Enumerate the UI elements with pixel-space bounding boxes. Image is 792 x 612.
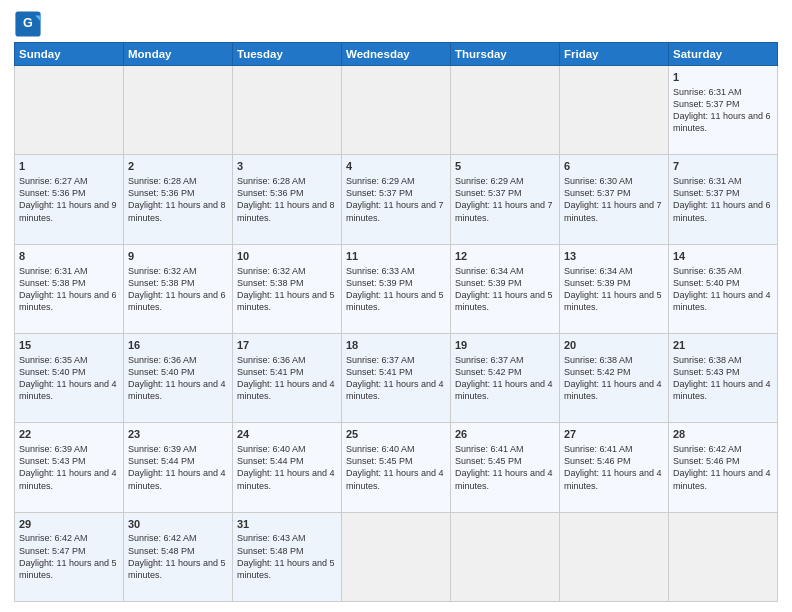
sunrise-text: Sunrise: 6:31 AM [673,175,773,187]
sunset-text: Sunset: 5:39 PM [346,277,446,289]
day-number: 3 [237,159,337,174]
header-cell-saturday: Saturday [669,43,778,66]
calendar-cell [233,66,342,155]
sunset-text: Sunset: 5:41 PM [237,366,337,378]
daylight-text: Daylight: 11 hours and 5 minutes. [455,289,555,313]
calendar-cell: 21Sunrise: 6:38 AMSunset: 5:43 PMDayligh… [669,333,778,422]
sunrise-text: Sunrise: 6:40 AM [237,443,337,455]
daylight-text: Daylight: 11 hours and 8 minutes. [237,199,337,223]
calendar-cell: 4Sunrise: 6:29 AMSunset: 5:37 PMDaylight… [342,155,451,244]
daylight-text: Daylight: 11 hours and 7 minutes. [564,199,664,223]
calendar-cell: 2Sunrise: 6:28 AMSunset: 5:36 PMDaylight… [124,155,233,244]
daylight-text: Daylight: 11 hours and 4 minutes. [455,378,555,402]
sunset-text: Sunset: 5:37 PM [673,98,773,110]
sunset-text: Sunset: 5:45 PM [346,455,446,467]
calendar-cell: 19Sunrise: 6:37 AMSunset: 5:42 PMDayligh… [451,333,560,422]
day-number: 12 [455,249,555,264]
calendar-cell: 15Sunrise: 6:35 AMSunset: 5:40 PMDayligh… [15,333,124,422]
calendar-cell: 20Sunrise: 6:38 AMSunset: 5:42 PMDayligh… [560,333,669,422]
day-number: 15 [19,338,119,353]
calendar-cell [451,66,560,155]
header-cell-friday: Friday [560,43,669,66]
sunset-text: Sunset: 5:37 PM [346,187,446,199]
week-row-0: 1Sunrise: 6:31 AMSunset: 5:37 PMDaylight… [15,66,778,155]
sunrise-text: Sunrise: 6:27 AM [19,175,119,187]
sunset-text: Sunset: 5:38 PM [128,277,228,289]
calendar-cell: 6Sunrise: 6:30 AMSunset: 5:37 PMDaylight… [560,155,669,244]
sunset-text: Sunset: 5:46 PM [673,455,773,467]
calendar-cell: 9Sunrise: 6:32 AMSunset: 5:38 PMDaylight… [124,244,233,333]
day-number: 18 [346,338,446,353]
day-number: 10 [237,249,337,264]
calendar-header: SundayMondayTuesdayWednesdayThursdayFrid… [15,43,778,66]
sunrise-text: Sunrise: 6:28 AM [128,175,228,187]
calendar-cell: 29Sunrise: 6:42 AMSunset: 5:47 PMDayligh… [15,512,124,601]
sunrise-text: Sunrise: 6:32 AM [237,265,337,277]
sunrise-text: Sunrise: 6:42 AM [128,532,228,544]
daylight-text: Daylight: 11 hours and 4 minutes. [346,467,446,491]
daylight-text: Daylight: 11 hours and 7 minutes. [455,199,555,223]
sunset-text: Sunset: 5:42 PM [564,366,664,378]
daylight-text: Daylight: 11 hours and 4 minutes. [346,378,446,402]
sunset-text: Sunset: 5:44 PM [237,455,337,467]
page: G SundayMondayTuesdayWednesdayThursdayFr… [0,0,792,612]
daylight-text: Daylight: 11 hours and 4 minutes. [19,467,119,491]
calendar-cell: 8Sunrise: 6:31 AMSunset: 5:38 PMDaylight… [15,244,124,333]
header-cell-sunday: Sunday [15,43,124,66]
day-number: 1 [673,70,773,85]
week-row-2: 8Sunrise: 6:31 AMSunset: 5:38 PMDaylight… [15,244,778,333]
sunrise-text: Sunrise: 6:37 AM [455,354,555,366]
daylight-text: Daylight: 11 hours and 4 minutes. [237,467,337,491]
calendar-cell [560,66,669,155]
sunrise-text: Sunrise: 6:34 AM [455,265,555,277]
day-number: 29 [19,517,119,532]
daylight-text: Daylight: 11 hours and 4 minutes. [564,467,664,491]
sunset-text: Sunset: 5:48 PM [128,545,228,557]
day-number: 17 [237,338,337,353]
sunrise-text: Sunrise: 6:29 AM [346,175,446,187]
calendar-cell: 1Sunrise: 6:27 AMSunset: 5:36 PMDaylight… [15,155,124,244]
daylight-text: Daylight: 11 hours and 4 minutes. [128,378,228,402]
daylight-text: Daylight: 11 hours and 4 minutes. [128,467,228,491]
sunrise-text: Sunrise: 6:38 AM [564,354,664,366]
calendar-cell: 1Sunrise: 6:31 AMSunset: 5:37 PMDaylight… [669,66,778,155]
day-number: 8 [19,249,119,264]
sunrise-text: Sunrise: 6:39 AM [19,443,119,455]
sunset-text: Sunset: 5:40 PM [128,366,228,378]
calendar-cell: 27Sunrise: 6:41 AMSunset: 5:46 PMDayligh… [560,423,669,512]
calendar-cell: 12Sunrise: 6:34 AMSunset: 5:39 PMDayligh… [451,244,560,333]
sunrise-text: Sunrise: 6:34 AM [564,265,664,277]
week-row-3: 15Sunrise: 6:35 AMSunset: 5:40 PMDayligh… [15,333,778,422]
daylight-text: Daylight: 11 hours and 4 minutes. [19,378,119,402]
logo-icon: G [14,10,42,38]
day-number: 25 [346,427,446,442]
daylight-text: Daylight: 11 hours and 4 minutes. [564,378,664,402]
sunrise-text: Sunrise: 6:28 AM [237,175,337,187]
sunrise-text: Sunrise: 6:42 AM [19,532,119,544]
day-number: 6 [564,159,664,174]
day-number: 28 [673,427,773,442]
day-number: 20 [564,338,664,353]
sunrise-text: Sunrise: 6:41 AM [564,443,664,455]
sunrise-text: Sunrise: 6:43 AM [237,532,337,544]
header: G [14,10,778,38]
sunset-text: Sunset: 5:45 PM [455,455,555,467]
daylight-text: Daylight: 11 hours and 4 minutes. [237,378,337,402]
sunset-text: Sunset: 5:37 PM [455,187,555,199]
daylight-text: Daylight: 11 hours and 4 minutes. [673,289,773,313]
calendar-cell: 13Sunrise: 6:34 AMSunset: 5:39 PMDayligh… [560,244,669,333]
sunrise-text: Sunrise: 6:40 AM [346,443,446,455]
day-number: 23 [128,427,228,442]
sunrise-text: Sunrise: 6:33 AM [346,265,446,277]
sunset-text: Sunset: 5:36 PM [128,187,228,199]
calendar-cell [669,512,778,601]
day-number: 4 [346,159,446,174]
calendar-cell: 28Sunrise: 6:42 AMSunset: 5:46 PMDayligh… [669,423,778,512]
daylight-text: Daylight: 11 hours and 9 minutes. [19,199,119,223]
daylight-text: Daylight: 11 hours and 5 minutes. [346,289,446,313]
calendar-cell: 17Sunrise: 6:36 AMSunset: 5:41 PMDayligh… [233,333,342,422]
day-number: 2 [128,159,228,174]
sunset-text: Sunset: 5:37 PM [564,187,664,199]
day-number: 19 [455,338,555,353]
day-number: 16 [128,338,228,353]
